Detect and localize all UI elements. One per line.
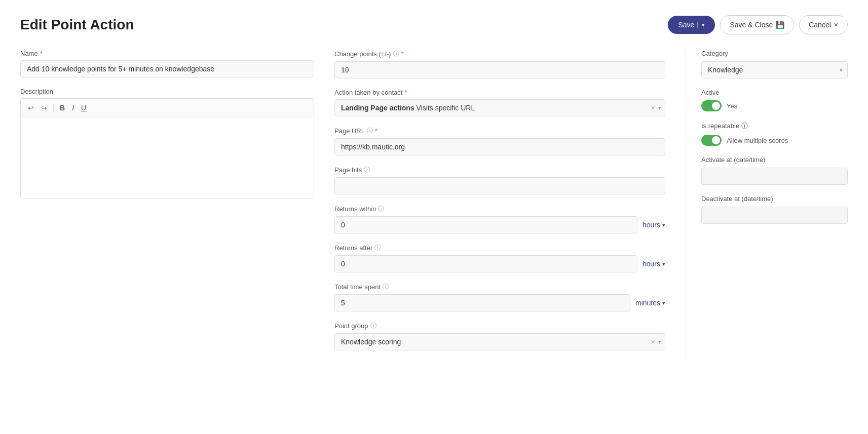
total-time-unit-select[interactable]: minutes ▾	[635, 299, 665, 307]
action-dropdown-icon[interactable]: ▾	[658, 105, 661, 111]
editor-toolbar: ↩ ↪ B I U	[21, 99, 314, 117]
returns-within-unit-select[interactable]: hours ▾	[643, 221, 665, 229]
returns-within-inline: hours ▾	[334, 216, 665, 233]
returns-within-info-icon: ⓘ	[378, 205, 384, 213]
total-time-unit-arrow: ▾	[662, 300, 665, 306]
point-group-clear-button[interactable]: ×	[651, 338, 655, 346]
bold-button[interactable]: B	[57, 102, 68, 114]
active-toggle-slider	[701, 100, 722, 111]
description-body[interactable]	[21, 117, 314, 199]
page-hits-group: Page hits ⓘ	[334, 166, 665, 194]
active-toggle[interactable]	[701, 100, 722, 111]
total-time-info-icon: ⓘ	[383, 283, 389, 291]
activate-group: Activate at (date/time)	[701, 156, 848, 185]
change-points-label: Change points (+/-) ⓘ *	[334, 50, 665, 58]
total-time-unit-label: minutes	[635, 299, 660, 307]
page-hits-label: Page hits ⓘ	[334, 166, 665, 174]
change-points-group: Change points (+/-) ⓘ *	[334, 50, 665, 78]
action-select-controls: × ▾	[651, 104, 661, 112]
category-select-wrapper: Knowledge ▾	[701, 61, 848, 78]
is-repeatable-info-icon: ⓘ	[741, 122, 748, 130]
action-taken-group: Action taken by contact * Landing Page a…	[334, 89, 665, 116]
name-field-group: Name *	[20, 50, 314, 77]
category-label: Category	[701, 50, 848, 57]
point-group-controls: × ▾	[651, 338, 661, 346]
total-time-inline: minutes ▾	[334, 294, 665, 311]
returns-after-unit-arrow: ▾	[662, 261, 665, 267]
cancel-button[interactable]: Cancel ×	[799, 15, 848, 34]
returns-within-unit-label: hours	[643, 221, 660, 229]
point-group-group: Point group ⓘ Knowledge scoring × ▾	[334, 322, 665, 350]
point-group-select[interactable]: Knowledge scoring	[334, 333, 665, 350]
italic-button[interactable]: I	[69, 102, 77, 114]
active-yes-label: Yes	[727, 102, 737, 110]
page-url-input[interactable]	[334, 138, 665, 155]
description-label: Description	[20, 88, 314, 95]
left-panel: Name * Description ↩ ↪ B I U	[20, 50, 314, 361]
action-select-wrapper: Landing Page actions Visits specific URL…	[334, 99, 665, 116]
action-clear-button[interactable]: ×	[651, 104, 655, 112]
action-select-field[interactable]: Landing Page actions Visits specific URL	[334, 99, 665, 116]
activate-input[interactable]	[701, 168, 848, 185]
total-time-label: Total time spent ⓘ	[334, 283, 665, 291]
returns-after-group: Returns after ⓘ hours ▾	[334, 244, 665, 272]
is-repeatable-group: Is repeatable ⓘ Allow multiple scores	[701, 122, 848, 146]
action-value-text: Landing Page actions Visits specific URL	[341, 104, 475, 112]
active-toggle-row: Yes	[701, 100, 848, 111]
point-group-info-icon: ⓘ	[370, 322, 376, 330]
page-url-group: Page URL ⓘ *	[334, 127, 665, 155]
save-close-button[interactable]: Save & Close 💾	[720, 15, 794, 34]
returns-after-label: Returns after ⓘ	[334, 244, 665, 252]
undo-button[interactable]: ↩	[25, 102, 37, 114]
toolbar-divider	[53, 104, 54, 112]
total-time-group: Total time spent ⓘ minutes ▾	[334, 283, 665, 311]
name-required: *	[40, 50, 43, 57]
page-hits-input[interactable]	[334, 177, 665, 194]
save-close-label: Save & Close	[730, 21, 773, 29]
right-panel: Category Knowledge ▾ Active Yes	[686, 50, 848, 361]
name-input[interactable]	[20, 60, 314, 77]
point-group-label: Point group ⓘ	[334, 322, 665, 330]
point-group-dropdown-icon[interactable]: ▾	[658, 339, 661, 345]
page-hits-info-icon: ⓘ	[364, 166, 370, 174]
save-label: Save	[678, 21, 694, 29]
change-points-input[interactable]	[334, 61, 665, 78]
page-title: Edit Point Action	[20, 17, 134, 33]
action-taken-label: Action taken by contact *	[334, 89, 665, 96]
change-points-required: *	[401, 50, 404, 58]
repeatable-toggle[interactable]	[701, 135, 722, 146]
header-actions: Save ▾ Save & Close 💾 Cancel ×	[668, 15, 848, 34]
returns-after-input[interactable]	[334, 255, 637, 272]
redo-button[interactable]: ↪	[38, 102, 50, 114]
active-group: Active Yes	[701, 89, 848, 111]
deactivate-input[interactable]	[701, 207, 848, 224]
returns-after-inline: hours ▾	[334, 255, 665, 272]
description-editor: ↩ ↪ B I U	[20, 98, 314, 199]
name-label: Name *	[20, 50, 314, 57]
page-url-label: Page URL ⓘ *	[334, 127, 665, 135]
center-panel: Change points (+/-) ⓘ * Action taken by …	[334, 50, 665, 361]
returns-after-unit-label: hours	[643, 260, 660, 268]
point-group-value: Knowledge scoring	[341, 338, 401, 346]
total-time-input[interactable]	[334, 294, 630, 311]
returns-within-unit-arrow: ▾	[662, 222, 665, 228]
page-url-info-icon: ⓘ	[367, 127, 373, 135]
is-repeatable-row: Allow multiple scores	[701, 135, 848, 146]
save-close-icon: 💾	[776, 21, 784, 29]
underline-button[interactable]: U	[78, 102, 89, 114]
returns-after-unit-select[interactable]: hours ▾	[643, 260, 665, 268]
allow-multiple-label: Allow multiple scores	[727, 137, 788, 144]
main-content: Name * Description ↩ ↪ B I U	[20, 50, 848, 361]
page-url-required: *	[375, 127, 378, 135]
active-label: Active	[701, 89, 848, 96]
returns-after-info-icon: ⓘ	[374, 244, 381, 252]
deactivate-group: Deactivate at (date/time)	[701, 195, 848, 224]
save-chevron-icon[interactable]: ▾	[697, 22, 705, 28]
returns-within-group: Returns within ⓘ hours ▾	[334, 205, 665, 233]
save-button[interactable]: Save ▾	[668, 16, 715, 34]
returns-within-label: Returns within ⓘ	[334, 205, 665, 213]
cancel-label: Cancel	[809, 21, 831, 29]
returns-within-input[interactable]	[334, 216, 637, 233]
category-select[interactable]: Knowledge	[701, 61, 848, 78]
deactivate-label: Deactivate at (date/time)	[701, 195, 848, 203]
